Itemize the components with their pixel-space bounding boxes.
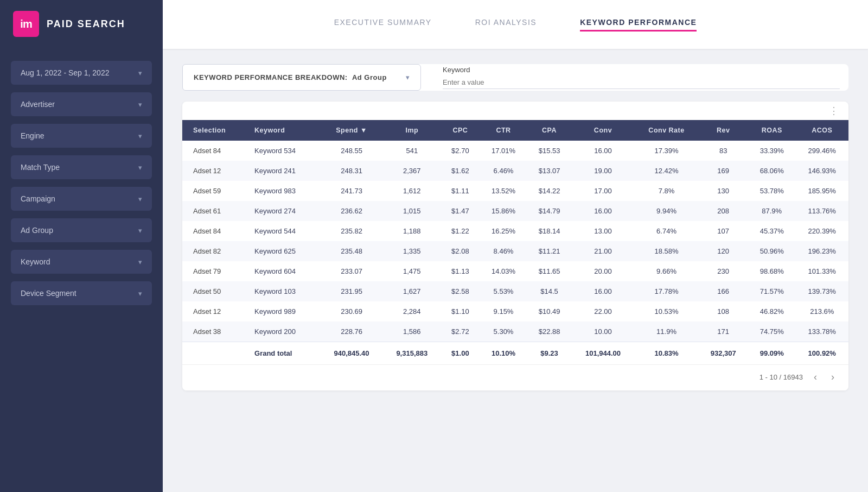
cell-r1-c10: 68.06% [748,161,796,181]
footer-cell-5: 10.10% [480,342,527,365]
sidebar-item-advertiser[interactable]: Advertiser▾ [11,92,152,116]
cell-r2-c1: Keyword 983 [249,181,320,201]
cell-r3-c11: 113.76% [796,201,849,221]
cell-r1-c9: 169 [698,161,748,181]
footer-cell-9: 932,307 [698,342,748,365]
sidebar-item-ad_group[interactable]: Ad Group▾ [11,218,152,242]
footer-cell-3: 9,315,883 [383,342,441,365]
cell-r0-c7: 16.00 [571,141,634,161]
footer-cell-4: $1.00 [441,342,480,365]
cell-r7-c10: 71.57% [748,281,796,301]
next-page-button[interactable]: › [828,370,838,384]
footer-cell-0 [182,342,249,365]
cell-r4-c3: 1,188 [383,221,441,241]
main-content: EXECUTIVE SUMMARYROI ANALYSISKEYWORD PER… [163,0,868,492]
table-row: Adset 79Keyword 604233.071,475$1.1314.03… [182,261,848,281]
footer-cell-7: 101,944.00 [571,342,634,365]
chevron-campaign-icon: ▾ [138,195,142,203]
cell-r9-c4: $2.72 [441,321,480,342]
col-header-conv-rate: Conv Rate [635,120,699,141]
table-row: Adset 38Keyword 200228.761,586$2.725.30%… [182,321,848,342]
cell-r0-c8: 17.39% [635,141,699,161]
cell-r3-c6: $14.79 [527,201,572,221]
cell-r5-c5: 8.46% [480,241,527,261]
cell-r0-c10: 33.39% [748,141,796,161]
data-table-container: ⋮ SelectionKeywordSpend ▼ImpCPCCTRCPACon… [182,102,848,390]
cell-r4-c10: 45.37% [748,221,796,241]
keyword-filter: Keyword [434,66,848,89]
col-header-spend--[interactable]: Spend ▼ [320,120,383,141]
cell-r6-c6: $11.65 [527,261,572,281]
footer-cell-6: $9.23 [527,342,572,365]
table-row: Adset 82Keyword 625235.481,335$2.088.46%… [182,241,848,261]
cell-r1-c2: 248.31 [320,161,383,181]
cell-r7-c2: 231.95 [320,281,383,301]
prev-page-button[interactable]: ‹ [810,370,820,384]
cell-r3-c4: $1.47 [441,201,480,221]
table-row: Adset 59Keyword 983241.731,612$1.1113.52… [182,181,848,201]
keyword-filter-label: Keyword [443,66,840,74]
filter-label-campaign: Campaign [21,194,55,203]
cell-r6-c9: 230 [698,261,748,281]
table-more-options[interactable]: ⋮ [182,102,848,120]
cell-r5-c8: 18.58% [635,241,699,261]
cell-r2-c7: 17.00 [571,181,634,201]
cell-r6-c5: 14.03% [480,261,527,281]
filter-label-date: Aug 1, 2022 - Sep 1, 2022 [21,68,109,77]
cell-r6-c1: Keyword 604 [249,261,320,281]
table-row: Adset 12Keyword 989230.692,284$1.109.15%… [182,301,848,321]
sidebar-filters: Aug 1, 2022 - Sep 1, 2022▾Advertiser▾Eng… [0,52,163,314]
cell-r3-c8: 9.94% [635,201,699,221]
cell-r4-c6: $18.14 [527,221,572,241]
cell-r1-c4: $1.62 [441,161,480,181]
cell-r8-c4: $1.10 [441,301,480,321]
top-nav: EXECUTIVE SUMMARYROI ANALYSISKEYWORD PER… [163,0,868,49]
cell-r8-c8: 10.53% [635,301,699,321]
cell-r5-c11: 196.23% [796,241,849,261]
sidebar-item-date[interactable]: Aug 1, 2022 - Sep 1, 2022▾ [11,61,152,85]
table-row: Adset 61Keyword 274236.621,015$1.4715.86… [182,201,848,221]
chevron-keyword-icon: ▾ [138,258,142,266]
sidebar-item-keyword[interactable]: Keyword▾ [11,250,152,274]
footer-cell-2: 940,845.40 [320,342,383,365]
sidebar-item-match_type[interactable]: Match Type▾ [11,155,152,179]
cell-r4-c8: 6.74% [635,221,699,241]
tab-executive_summary[interactable]: EXECUTIVE SUMMARY [334,18,432,31]
cell-r4-c11: 220.39% [796,221,849,241]
cell-r1-c11: 146.93% [796,161,849,181]
keyword-filter-input[interactable] [443,76,840,89]
breakdown-chevron-icon: ▾ [406,73,410,81]
cell-r2-c2: 241.73 [320,181,383,201]
app-title: PAID SEARCH [47,18,125,30]
filter-bar: KEYWORD PERFORMANCE BREAKDOWN: Ad Group … [182,64,848,91]
chevron-match_type-icon: ▾ [138,163,142,172]
cell-r9-c0: Adset 38 [182,321,249,342]
cell-r8-c1: Keyword 989 [249,301,320,321]
tab-keyword_performance[interactable]: KEYWORD PERFORMANCE [580,18,697,31]
chevron-ad_group-icon: ▾ [138,226,142,235]
breakdown-select[interactable]: KEYWORD PERFORMANCE BREAKDOWN: Ad Group … [182,64,421,91]
sidebar-item-engine[interactable]: Engine▾ [11,124,152,148]
pagination: 1 - 10 / 16943 ‹ › [182,364,848,390]
keyword-performance-table: SelectionKeywordSpend ▼ImpCPCCTRCPAConvC… [182,120,848,364]
tab-roi_analysis[interactable]: ROI ANALYSIS [475,18,537,31]
cell-r4-c4: $1.22 [441,221,480,241]
cell-r6-c11: 101.33% [796,261,849,281]
cell-r7-c5: 5.53% [480,281,527,301]
cell-r3-c1: Keyword 274 [249,201,320,221]
sidebar-item-campaign[interactable]: Campaign▾ [11,187,152,211]
cell-r5-c9: 120 [698,241,748,261]
sidebar-item-device_segment[interactable]: Device Segment▾ [11,281,152,305]
cell-r9-c8: 11.9% [635,321,699,342]
cell-r9-c9: 171 [698,321,748,342]
cell-r1-c8: 12.42% [635,161,699,181]
cell-r6-c7: 20.00 [571,261,634,281]
cell-r0-c9: 83 [698,141,748,161]
cell-r5-c2: 235.48 [320,241,383,261]
col-header-acos: ACOS [796,120,849,141]
cell-r7-c6: $14.5 [527,281,572,301]
col-header-conv: Conv [571,120,634,141]
cell-r9-c10: 74.75% [748,321,796,342]
col-header-cpc: CPC [441,120,480,141]
table-row: Adset 50Keyword 103231.951,627$2.585.53%… [182,281,848,301]
